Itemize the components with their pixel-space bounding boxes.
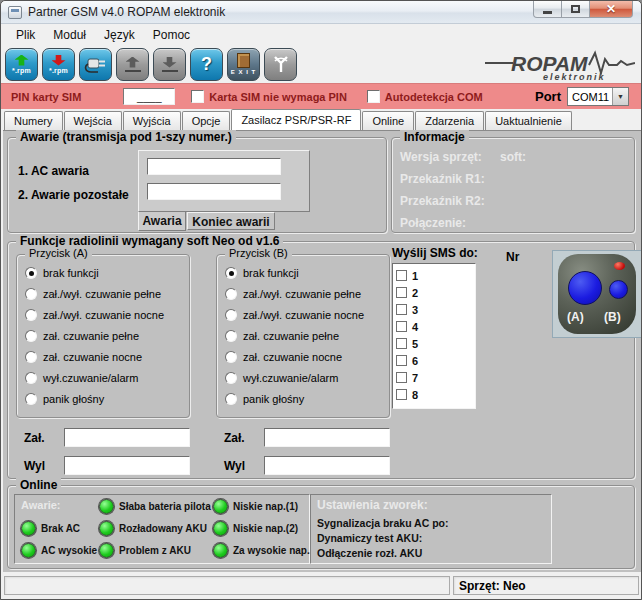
checkbox-icon[interactable] bbox=[396, 304, 407, 315]
tab-zasilacz-psr[interactable]: Zasilacz PSR/PSR-RF bbox=[231, 109, 361, 130]
autodetect-checkbox-row[interactable]: Autodetekcja COM bbox=[367, 90, 483, 103]
sms-item-5[interactable]: 5 bbox=[396, 335, 475, 352]
subtab-koniec-awarii[interactable]: Koniec awarii bbox=[187, 212, 275, 230]
save-rpm-button[interactable]: *.rpm bbox=[42, 48, 75, 81]
radio-b-zal-wyl-nocne[interactable]: zał./wył. czuwanie nocne bbox=[225, 309, 364, 321]
radio-icon bbox=[225, 267, 237, 279]
checkbox-icon[interactable] bbox=[396, 355, 407, 366]
plug-icon bbox=[84, 53, 108, 75]
checkbox-icon[interactable] bbox=[367, 90, 380, 103]
keyfob-button-a-icon bbox=[568, 271, 602, 305]
sms-listbox[interactable]: 1 2 3 4 5 6 7 8 bbox=[392, 263, 476, 409]
radio-icon bbox=[25, 372, 37, 384]
sms-item-7[interactable]: 7 bbox=[396, 369, 475, 386]
sms-item-6[interactable]: 6 bbox=[396, 352, 475, 369]
port-select[interactable]: COM11 ▼ bbox=[567, 87, 629, 106]
menu-modul[interactable]: Moduł bbox=[44, 25, 95, 45]
pin-bar: PIN karty SIM Karta SIM nie wymaga PIN A… bbox=[1, 83, 641, 109]
wyl-b-input[interactable] bbox=[264, 456, 390, 475]
zal-a-input[interactable] bbox=[64, 428, 190, 447]
chevron-down-icon[interactable]: ▼ bbox=[612, 88, 628, 105]
wyl-a-label: Wyl bbox=[24, 459, 45, 473]
exit-button[interactable]: E X I T bbox=[227, 48, 260, 81]
radio-a-zal-wyl-pelne[interactable]: zał./wył. czuwanie pełne bbox=[25, 288, 164, 300]
write-module-button[interactable] bbox=[153, 48, 186, 81]
radio-b-brak-funkcji[interactable]: brak funkcji bbox=[225, 267, 364, 279]
sms-item-4[interactable]: 4 bbox=[396, 318, 475, 335]
funkcje-group-title: Funkcje radiolinii wymagany soft Neo od … bbox=[16, 234, 283, 248]
radio-b-wyl-alarm[interactable]: wył.czuwanie/alarm bbox=[225, 372, 364, 384]
tab-numery[interactable]: Numery bbox=[4, 111, 63, 130]
radio-icon bbox=[225, 372, 237, 384]
awarie-pozostale-input[interactable] bbox=[147, 183, 281, 200]
connect-button[interactable] bbox=[79, 48, 112, 81]
led-green-icon bbox=[213, 499, 228, 514]
help-button[interactable]: ? bbox=[190, 48, 223, 81]
led-green-icon bbox=[99, 499, 114, 514]
led-green-icon bbox=[99, 521, 114, 536]
tab-opcje[interactable]: Opcje bbox=[182, 111, 231, 130]
ac-awaria-input[interactable] bbox=[147, 158, 281, 175]
sms-item-1[interactable]: 1 bbox=[396, 267, 475, 284]
minimize-button[interactable] bbox=[533, 1, 562, 18]
wyl-a-input[interactable] bbox=[64, 456, 190, 475]
app-window: Partner GSM v4.0 ROPAM elektronik ✕ Plik… bbox=[0, 0, 642, 600]
radio-a-panik[interactable]: panik głośny bbox=[25, 393, 164, 405]
close-button[interactable]: ✕ bbox=[589, 1, 633, 18]
tab-online[interactable]: Online bbox=[362, 111, 414, 130]
sms-number: 2 bbox=[412, 287, 418, 299]
tab-strip: Numery Wejścia Wyjścia Opcje Zasilacz PS… bbox=[1, 109, 641, 130]
read-module-button[interactable] bbox=[116, 48, 149, 81]
maximize-icon bbox=[571, 5, 580, 13]
maximize-button[interactable] bbox=[562, 1, 589, 18]
sms-item-2[interactable]: 2 bbox=[396, 284, 475, 301]
led-green-icon bbox=[21, 521, 36, 536]
led-niskie-nap-1: Niskie nap.(1) bbox=[213, 499, 298, 514]
checkbox-icon[interactable] bbox=[396, 389, 407, 400]
checkbox-icon[interactable] bbox=[191, 90, 204, 103]
open-rpm-label: *.rpm bbox=[12, 67, 31, 74]
tab-wyjscia[interactable]: Wyjścia bbox=[123, 111, 181, 130]
ac-awaria-label: 1. AC awaria bbox=[18, 164, 89, 178]
checkbox-icon[interactable] bbox=[396, 321, 407, 332]
radio-a-zal-nocne[interactable]: zał. czuwanie nocne bbox=[25, 351, 164, 363]
status-panel-left bbox=[4, 576, 450, 595]
radio-a-brak-funkcji[interactable]: brak funkcji bbox=[25, 267, 164, 279]
menu-jezyk[interactable]: Język bbox=[95, 25, 144, 45]
menu-pomoc[interactable]: Pomoc bbox=[144, 25, 199, 45]
radio-label: zał./wył. czuwanie nocne bbox=[243, 309, 364, 321]
tab-wejscia[interactable]: Wejścia bbox=[64, 111, 122, 130]
radio-b-zal-wyl-pelne[interactable]: zał./wył. czuwanie pełne bbox=[225, 288, 364, 300]
zworki-line-3: Odłączenie rozł. AKU bbox=[317, 547, 422, 559]
menu-plik[interactable]: Plik bbox=[7, 25, 44, 45]
subtab-awaria[interactable]: Awaria bbox=[138, 212, 186, 231]
open-rpm-button[interactable]: *.rpm bbox=[5, 48, 38, 81]
sms-number: 4 bbox=[412, 321, 418, 333]
radio-b-panik[interactable]: panik głośny bbox=[225, 393, 364, 405]
checkbox-icon[interactable] bbox=[396, 287, 407, 298]
wireless-button[interactable] bbox=[264, 48, 297, 81]
radio-a-zal-wyl-nocne[interactable]: zał./wył. czuwanie nocne bbox=[25, 309, 164, 321]
checkbox-icon[interactable] bbox=[396, 372, 407, 383]
zal-b-input[interactable] bbox=[264, 428, 390, 447]
no-pin-label: Karta SIM nie wymaga PIN bbox=[209, 91, 347, 103]
sms-number: 8 bbox=[412, 389, 418, 401]
keyfob-b-label: (B) bbox=[604, 310, 621, 324]
no-pin-checkbox-row[interactable]: Karta SIM nie wymaga PIN bbox=[191, 90, 347, 103]
led-green-icon bbox=[213, 543, 228, 558]
radio-b-zal-pelne[interactable]: zał. czuwanie pełne bbox=[225, 330, 364, 342]
sms-item-8[interactable]: 8 bbox=[396, 386, 475, 403]
pin-input[interactable] bbox=[123, 88, 175, 105]
tab-zdarzenia[interactable]: Zdarzenia bbox=[415, 111, 484, 130]
led-label: Niskie nap.(2) bbox=[233, 523, 298, 534]
radio-b-zal-nocne[interactable]: zał. czuwanie nocne bbox=[225, 351, 364, 363]
radio-a-wyl-alarm[interactable]: wył.czuwanie/alarm bbox=[25, 372, 164, 384]
platform-icon bbox=[125, 70, 141, 72]
radio-a-zal-pelne[interactable]: zał. czuwanie pełne bbox=[25, 330, 164, 342]
status-panel-right: Sprzęt: Neo bbox=[453, 576, 639, 595]
toolbar: *.rpm *.rpm ? E X I T bbox=[1, 45, 641, 83]
checkbox-icon[interactable] bbox=[396, 270, 407, 281]
checkbox-icon[interactable] bbox=[396, 338, 407, 349]
sms-item-3[interactable]: 3 bbox=[396, 301, 475, 318]
tab-uaktualnienie[interactable]: Uaktualnienie bbox=[485, 111, 572, 130]
